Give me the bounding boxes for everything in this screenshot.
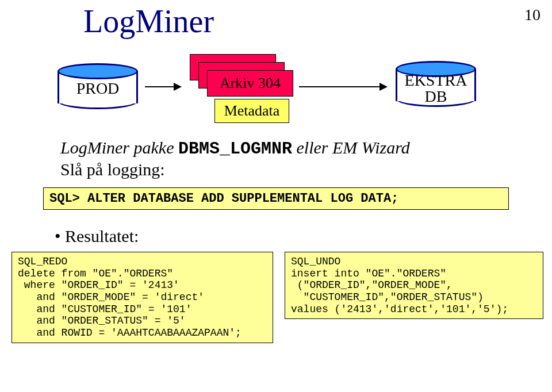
sql-undo-box: SQL_UNDO insert into "OE"."ORDERS" ("ORD… [285, 252, 543, 319]
metadata-box: Metadata [214, 99, 289, 123]
page-title: LogMiner [83, 3, 214, 40]
db-ekstra-line2: DB [425, 87, 447, 105]
arrow-head-icon [174, 83, 182, 91]
db-prod: PROD [57, 63, 138, 109]
db-ekstra: EKSTRA DB [396, 61, 476, 107]
db-ekstra-label: EKSTRA DB [396, 72, 476, 105]
narrative-line-2: Slå på logging: [60, 160, 165, 179]
metadata-label: Metadata [224, 102, 280, 120]
page-number: 10 [524, 6, 540, 24]
narrative-suffix: eller EM Wizard [292, 138, 410, 157]
sql-alter-box: SQL> ALTER DATABASE ADD SUPPLEMENTAL LOG… [43, 187, 509, 210]
db-ekstra-line1: EKSTRA [405, 71, 467, 89]
arkiv-label-2: Arkiv 304 [220, 75, 281, 92]
result-label: Resultatet: [65, 226, 139, 245]
arkiv-card-2: Arkiv 304 [207, 70, 293, 97]
arrow-prod-to-arkiv [145, 86, 174, 87]
sql-redo-box: SQL_REDO delete from "OE"."ORDERS" where… [12, 252, 273, 343]
narrative-prefix: LogMiner pakke [60, 138, 178, 157]
db-prod-label: PROD [57, 79, 138, 98]
arrow-head-icon-2 [379, 83, 388, 91]
narrative-line-1: LogMiner pakke DBMS_LOGMNR eller EM Wiza… [60, 138, 410, 159]
result-bullet: Resultatet: [55, 226, 139, 246]
arrow-arkiv-to-ekstra [299, 86, 379, 87]
narrative-code: DBMS_LOGMNR [178, 139, 292, 159]
